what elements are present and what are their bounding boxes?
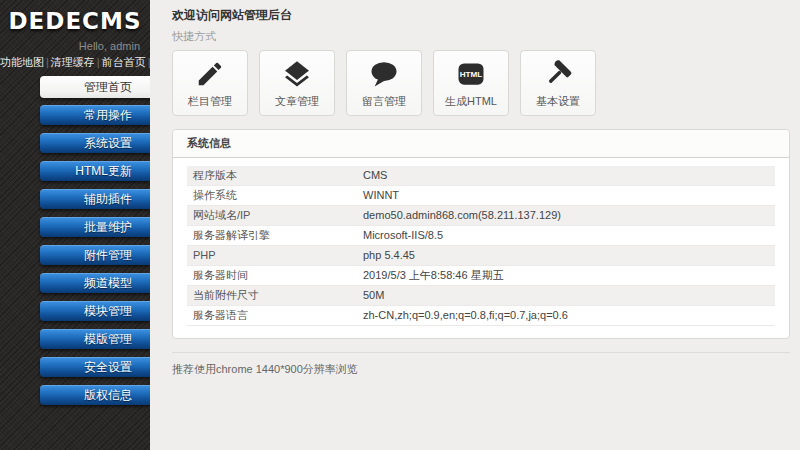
shortcut-card-label: 生成HTML (445, 94, 497, 109)
sidebar-menu-item[interactable]: HTML更新 (40, 161, 150, 181)
sidebar-menu: 管理首页 常用操作系统设置HTML更新辅助插件批量维护附件管理频道模型模块管理模… (0, 76, 150, 405)
row-value: 50M (363, 286, 775, 305)
row-label: 操作系统 (187, 186, 363, 205)
sidebar-top-link[interactable]: 功能地图 (0, 56, 44, 68)
shortcut-card-label: 栏目管理 (188, 94, 232, 109)
sidebar: DEDECMS Hello, admin 功能地图|清理缓存|前台首页|退出 管… (0, 0, 150, 450)
system-info-row: 操作系统WINNT (187, 186, 775, 206)
system-info-row: 当前附件尺寸50M (187, 286, 775, 306)
shortcut-card[interactable]: 基本设置 (520, 50, 596, 116)
sidebar-menu-item[interactable]: 附件管理 (40, 245, 150, 265)
footer-note: 推荐使用chrome 1440*900分辨率浏览 (172, 362, 790, 377)
sidebar-top-links: 功能地图|清理缓存|前台首页|退出 (0, 55, 150, 70)
sidebar-top-link[interactable]: 清理缓存 (51, 56, 95, 68)
app-logo: DEDECMS (0, 0, 150, 34)
shortcut-card[interactable]: 文章管理 (259, 50, 335, 116)
system-info-row: 服务器语言zh-CN,zh;q=0.9,en;q=0.8,fi;q=0.7,ja… (187, 306, 775, 326)
page-title: 欢迎访问网站管理后台 (172, 8, 790, 22)
link-separator: | (97, 56, 100, 68)
sidebar-menu-item[interactable]: 辅助插件 (40, 189, 150, 209)
admin-window: DEDECMS Hello, admin 功能地图|清理缓存|前台首页|退出 管… (0, 0, 800, 450)
shortcut-card[interactable]: HTML生成HTML (433, 50, 509, 116)
row-label: 网站域名/IP (187, 206, 363, 225)
row-value: Microsoft-IIS/8.5 (363, 226, 775, 245)
sidebar-menu-item[interactable]: 模版管理 (40, 329, 150, 349)
shortcut-card-label: 基本设置 (536, 94, 580, 109)
shortcuts-label: 快捷方式 (172, 29, 790, 44)
documents-icon (281, 57, 313, 91)
system-info-row: 程序版本CMS (187, 166, 775, 186)
row-value: CMS (363, 166, 775, 185)
sidebar-menu-item[interactable]: 批量维护 (40, 217, 150, 237)
html-icon: HTML (456, 57, 486, 91)
main-content: 欢迎访问网站管理后台 快捷方式 栏目管理文章管理留言管理HTML生成HTML基本… (150, 0, 800, 450)
row-label: 服务器语言 (187, 306, 363, 325)
pencil-icon (195, 57, 225, 91)
row-value: php 5.4.45 (363, 246, 775, 265)
system-info-table: 程序版本CMS操作系统WINNT网站域名/IPdemo50.admin868.c… (187, 166, 775, 326)
sidebar-menu-item[interactable]: 版权信息 (40, 385, 150, 405)
sidebar-menu-item[interactable]: 常用操作 (40, 105, 150, 125)
row-value: 2019/5/3 上午8:58:46 星期五 (363, 266, 775, 285)
system-info-row: 网站域名/IPdemo50.admin868.com(58.211.137.12… (187, 206, 775, 226)
shortcut-card-label: 文章管理 (275, 94, 319, 109)
row-label: 当前附件尺寸 (187, 286, 363, 305)
row-value: demo50.admin868.com(58.211.137.129) (363, 206, 775, 225)
sidebar-menu-item[interactable]: 系统设置 (40, 133, 150, 153)
sidebar-menu-items: 常用操作系统设置HTML更新辅助插件批量维护附件管理频道模型模块管理模版管理安全… (40, 105, 150, 405)
row-label: PHP (187, 246, 363, 265)
shortcut-card-label: 留言管理 (362, 94, 406, 109)
system-info-row: 服务器时间2019/5/3 上午8:58:46 星期五 (187, 266, 775, 286)
sidebar-item-home[interactable]: 管理首页 (40, 76, 150, 98)
row-value: zh-CN,zh;q=0.9,en;q=0.8,fi;q=0.7,ja;q=0.… (363, 306, 775, 325)
sidebar-top-link[interactable]: 前台首页 (102, 56, 146, 68)
row-label: 程序版本 (187, 166, 363, 185)
row-label: 服务器时间 (187, 266, 363, 285)
footer-divider (172, 352, 790, 353)
shortcut-card[interactable]: 栏目管理 (172, 50, 248, 116)
link-separator: | (46, 56, 49, 68)
shortcut-cards: 栏目管理文章管理留言管理HTML生成HTML基本设置 (172, 50, 790, 116)
row-label: 服务器解译引擎 (187, 226, 363, 245)
sidebar-menu-item[interactable]: 安全设置 (40, 357, 150, 377)
row-value: WINNT (363, 186, 775, 205)
hammer-icon (543, 57, 573, 91)
system-info-row: 服务器解译引擎Microsoft-IIS/8.5 (187, 226, 775, 246)
sidebar-menu-item[interactable]: 频道模型 (40, 273, 150, 293)
system-info-panel: 系统信息 程序版本CMS操作系统WINNT网站域名/IPdemo50.admin… (172, 129, 790, 339)
sidebar-menu-item[interactable]: 模块管理 (40, 301, 150, 321)
speech-bubble-icon (369, 57, 399, 91)
svg-text:HTML: HTML (460, 70, 483, 79)
system-info-row: PHPphp 5.4.45 (187, 246, 775, 266)
shortcut-card[interactable]: 留言管理 (346, 50, 422, 116)
user-greeting: Hello, admin (0, 40, 150, 52)
system-info-title: 系统信息 (173, 130, 789, 158)
